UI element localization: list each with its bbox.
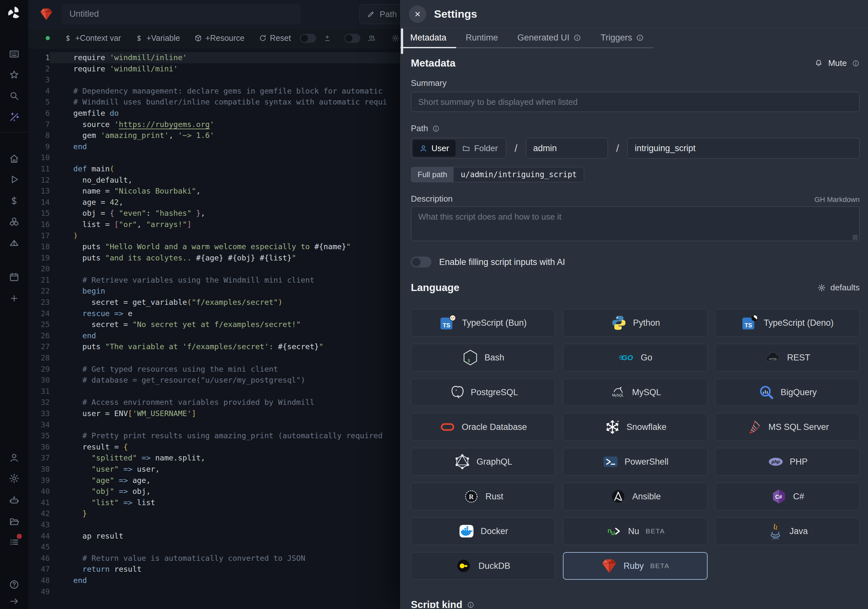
close-icon[interactable] xyxy=(409,5,426,23)
sidebar-home-icon[interactable] xyxy=(9,153,20,164)
users-icon[interactable] xyxy=(367,34,376,42)
resource-button[interactable]: +Resource xyxy=(194,33,245,43)
language-option-bigquery[interactable]: BigQuery xyxy=(715,378,860,406)
tab-generated-ui[interactable]: Generated UI xyxy=(508,28,591,47)
sidebar-magic-wand-icon[interactable] xyxy=(9,112,20,122)
mysql-icon: MySQL xyxy=(609,384,626,401)
language-option-graphql[interactable]: GraphQL xyxy=(411,448,555,476)
language-option-snowflake[interactable]: Snowflake xyxy=(563,413,707,441)
language-option-powershell[interactable]: PowerShell xyxy=(563,448,707,476)
ansible-icon xyxy=(610,488,626,505)
language-defaults-button[interactable]: defaults xyxy=(817,283,860,293)
language-option-bash[interactable]: $Bash xyxy=(411,344,555,371)
svg-text:GO: GO xyxy=(622,353,633,362)
tab-runtime[interactable]: Runtime xyxy=(456,28,508,47)
variable-button[interactable]: +Variable xyxy=(135,33,180,43)
description-textarea[interactable] xyxy=(411,206,860,241)
line-number: 30 xyxy=(28,375,50,386)
sidebar-dollar-icon[interactable] xyxy=(9,195,20,206)
language-option-nu[interactable]: nuNuBETA xyxy=(563,518,707,545)
line-number: 3 xyxy=(28,74,50,85)
script-title-input[interactable]: Untitled xyxy=(61,4,301,24)
windmill-app: Untitled Path u/admin/intriguing_script … xyxy=(0,0,868,609)
sidebar-app-window-icon[interactable] xyxy=(9,48,20,59)
sidebar-search-icon[interactable] xyxy=(9,90,20,101)
sidebar-plus-icon[interactable] xyxy=(9,293,20,304)
toolbar-right-cluster xyxy=(300,28,400,48)
line-number: 14 xyxy=(28,197,50,208)
script-kind-info-icon[interactable] xyxy=(467,601,474,608)
sidebar-cubes-icon[interactable] xyxy=(9,216,20,227)
line-number: 18 xyxy=(28,241,50,253)
line-number: 41 xyxy=(28,497,50,508)
settings-content: Metadata Mute Summary Path User xyxy=(401,48,868,608)
bell-icon[interactable] xyxy=(814,59,823,68)
folder-icon xyxy=(462,144,470,152)
language-option-duckdb[interactable]: DuckDB xyxy=(411,552,555,580)
language-option-python[interactable]: Python xyxy=(563,309,707,337)
svg-text:TS: TS xyxy=(744,322,752,329)
language-label: BigQuery xyxy=(781,387,817,397)
reset-button[interactable]: Reset xyxy=(259,33,291,43)
language-label: DuckDB xyxy=(478,561,510,571)
language-option-typescript-deno-[interactable]: TSTypeScript (Deno) xyxy=(715,309,860,337)
svg-text:Java: Java xyxy=(772,536,779,539)
diff-toggle[interactable] xyxy=(300,34,316,43)
notification-badge xyxy=(17,534,22,539)
sidebar-gear-icon[interactable] xyxy=(9,473,20,484)
path-info-icon[interactable] xyxy=(432,125,440,132)
editor-settings-gear-icon[interactable] xyxy=(391,34,400,42)
sidebar-arrow-right-icon[interactable] xyxy=(9,596,20,607)
language-option-ms-sql-server[interactable]: MS SQL Server xyxy=(715,413,860,441)
svg-text:TS: TS xyxy=(443,322,450,329)
path-owner-input[interactable] xyxy=(526,138,608,158)
ruby-icon xyxy=(601,558,618,574)
tab-triggers[interactable]: Triggers xyxy=(591,28,654,47)
sidebar-help-icon[interactable] xyxy=(9,579,20,590)
plus-minus-icon[interactable] xyxy=(323,34,332,42)
sidebar-robot-icon[interactable] xyxy=(9,495,20,506)
user-icon xyxy=(419,144,428,152)
sidebar-calendar-icon[interactable] xyxy=(9,272,20,283)
full-path-label: Full path xyxy=(411,167,454,182)
language-option-go[interactable]: GOGo xyxy=(563,344,707,371)
sidebar-folder-open-icon[interactable] xyxy=(9,516,20,527)
sidebar-user-icon[interactable] xyxy=(9,452,20,463)
language-option-rest[interactable]: HTTPREST xyxy=(715,344,860,371)
line-number: 11 xyxy=(28,163,50,175)
owner-kind-user[interactable]: User xyxy=(413,140,456,157)
language-label: Oracle Database xyxy=(462,422,527,432)
language-option-ansible[interactable]: Ansible xyxy=(563,483,707,510)
owner-kind-folder[interactable]: Folder xyxy=(456,140,504,157)
summary-label: Summary xyxy=(411,78,860,88)
mute-label[interactable]: Mute xyxy=(828,58,847,68)
path-name-input[interactable] xyxy=(627,138,860,158)
line-number: 2 xyxy=(28,64,50,74)
summary-input[interactable] xyxy=(411,92,860,112)
sidebar-play-icon[interactable] xyxy=(9,174,20,185)
sidebar-star-icon[interactable] xyxy=(9,70,20,81)
language-option-postgresql[interactable]: PostgreSQL xyxy=(411,378,555,406)
line-number: 26 xyxy=(28,330,50,341)
beta-badge: BETA xyxy=(646,527,665,535)
language-option-typescript-bun-[interactable]: TSTypeScript (Bun) xyxy=(411,309,555,337)
language-option-docker[interactable]: Docker xyxy=(411,518,555,545)
mute-info-icon[interactable] xyxy=(852,59,860,67)
ai-fill-toggle[interactable] xyxy=(411,257,431,268)
tab-metadata[interactable]: Metadata xyxy=(401,28,456,47)
line-number: 12 xyxy=(28,175,50,186)
language-option-php[interactable]: phpPHP xyxy=(715,448,860,476)
language-label: C# xyxy=(793,492,804,502)
language-option-rust[interactable]: RRust xyxy=(411,483,555,510)
language-option-oracle-database[interactable]: Oracle Database xyxy=(411,413,555,441)
language-option-java[interactable]: JavaJava xyxy=(715,518,860,545)
language-option-mysql[interactable]: MySQLMySQL xyxy=(563,378,707,406)
sidebar-pyramid-icon[interactable] xyxy=(9,238,20,249)
collab-toggle[interactable] xyxy=(344,34,360,43)
contextvar-button[interactable]: +Context var xyxy=(64,33,121,43)
language-label: GraphQL xyxy=(476,457,512,467)
language-option-c-[interactable]: C#C# xyxy=(715,483,860,510)
language-option-ruby[interactable]: RubyBETA xyxy=(563,552,707,580)
pencil-icon xyxy=(367,10,375,18)
windmill-logo-icon[interactable] xyxy=(6,5,22,20)
